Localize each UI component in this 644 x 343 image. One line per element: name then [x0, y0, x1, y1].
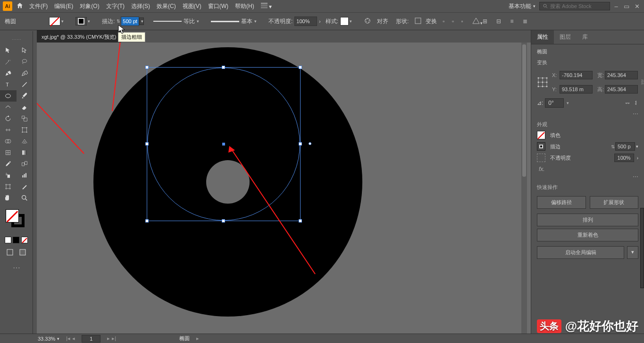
panel-toggle-icons[interactable]: ⊞ ⊟ ≡ ≣ [483, 18, 531, 25]
selection-bounding-box[interactable] [147, 67, 301, 221]
rotate-field[interactable]: 0° [545, 98, 564, 108]
nav-first[interactable]: |◂ [66, 335, 70, 342]
zoom-tool[interactable] [17, 192, 33, 204]
magic-wand-tool[interactable] [0, 56, 17, 68]
btn-expand-shape[interactable]: 扩展形状 [590, 196, 639, 209]
brush-definition[interactable]: 基本▾ [211, 17, 264, 26]
artboard-tool[interactable] [0, 181, 17, 192]
btn-arrange[interactable]: 排列 [537, 214, 638, 226]
ellipse-tool[interactable] [0, 90, 17, 102]
collapsed-panel-strip[interactable] [640, 208, 644, 288]
window-minimize[interactable]: – [612, 3, 620, 10]
fill-swatch-panel[interactable] [537, 131, 545, 139]
x-field[interactable]: -760.194 [560, 71, 593, 79]
pen-tool[interactable] [0, 68, 17, 79]
nav-last[interactable]: ▸| [112, 335, 116, 342]
opacity-icon[interactable] [537, 154, 545, 162]
screen-mode-normal[interactable] [7, 249, 13, 257]
stroke-weight-panel-dd[interactable]: ▾ [636, 144, 638, 149]
menu-select[interactable]: 选择(S) [131, 2, 150, 10]
stroke-weight-panel[interactable]: 500 p [615, 142, 635, 151]
fill-dropdown[interactable]: ▾ [61, 19, 66, 24]
zoom-level[interactable]: 33.33% ▾ [38, 336, 59, 342]
menu-edit[interactable]: 编辑(E) [54, 2, 73, 10]
menu-help[interactable]: 帮助(H) [235, 2, 254, 10]
tab-properties[interactable]: 属性 [531, 30, 554, 44]
menu-file[interactable]: 文件(F) [29, 2, 48, 10]
menu-type[interactable]: 文字(T) [106, 2, 125, 10]
arrange-docs-icon[interactable]: ▾ [261, 3, 272, 10]
blend-tool[interactable] [17, 158, 33, 170]
canvas[interactable] [37, 43, 521, 334]
line-tool[interactable] [17, 79, 33, 90]
workspace-switcher[interactable]: 基本功能 ▾ [509, 2, 535, 10]
link-wh-icon[interactable]: ⛓ [641, 79, 644, 86]
transform-label[interactable]: 变换 [426, 17, 437, 26]
color-mode[interactable] [5, 237, 11, 243]
pie-widget[interactable] [309, 142, 311, 145]
type-tool[interactable]: T [0, 79, 17, 90]
btn-global-edit-dd[interactable]: ▾ [627, 246, 638, 259]
window-close[interactable]: ✕ [633, 3, 641, 10]
free-transform-tool[interactable] [17, 124, 33, 136]
btn-global-edit[interactable]: 启动全局编辑 [537, 246, 624, 259]
w-field[interactable]: 245.364 [605, 71, 638, 79]
h-field[interactable]: 245.364 [605, 85, 638, 94]
mesh-tool[interactable] [0, 147, 17, 158]
stroke-dropdown[interactable]: ▾ [88, 19, 92, 24]
gradient-tool[interactable] [17, 147, 33, 158]
stroke-swatch-panel[interactable] [537, 142, 545, 151]
style-swatch[interactable] [340, 17, 349, 26]
reference-point[interactable] [537, 77, 548, 88]
fx-button[interactable]: fx. [539, 166, 638, 172]
width-profile[interactable]: 等比▾ [153, 17, 206, 26]
btn-recolor[interactable]: 重新着色 [537, 229, 638, 241]
stroke-weight-field[interactable]: 500 pt [121, 17, 139, 26]
menu-window[interactable]: 窗口(W) [208, 2, 228, 10]
transform-more[interactable]: ⋯ [537, 111, 638, 117]
curvature-tool[interactable] [17, 68, 33, 79]
center-point[interactable] [222, 143, 225, 146]
paintbrush-tool[interactable] [17, 90, 33, 102]
slice-tool[interactable] [17, 181, 33, 192]
shaper-tool[interactable] [0, 102, 17, 113]
appearance-more[interactable]: ⋯ [537, 173, 638, 180]
rotate-dropdown[interactable]: ▾ [567, 101, 569, 105]
selection-tool[interactable] [0, 45, 17, 56]
nav-next[interactable]: ▸ [107, 335, 110, 342]
eraser-tool[interactable] [17, 102, 33, 113]
fill-swatch[interactable] [49, 17, 60, 26]
status-play[interactable]: ▸ [196, 335, 199, 342]
flip-v-icon[interactable]: ⥑ [634, 100, 638, 106]
shape-builder-tool[interactable] [0, 136, 17, 147]
none-mode[interactable] [21, 237, 28, 243]
column-graph-tool[interactable] [17, 170, 33, 181]
opacity-field-panel[interactable]: 100% [614, 154, 634, 162]
search-stock[interactable]: 搜索 Adobe Stock [539, 2, 610, 10]
flip-h-icon[interactable]: ⥐ [625, 100, 630, 106]
btn-offset-path[interactable]: 偏移路径 [537, 196, 586, 209]
menu-view[interactable]: 视图(V) [183, 2, 201, 10]
vertical-scrollbar[interactable] [521, 43, 527, 334]
width-tool[interactable] [0, 124, 17, 136]
edit-toolbar[interactable]: ⋯ [0, 263, 33, 272]
menu-object[interactable]: 对象(O) [80, 2, 99, 10]
scale-tool[interactable] [17, 113, 33, 124]
eyedropper-tool[interactable] [0, 158, 17, 170]
tab-layers[interactable]: 图层 [554, 30, 577, 44]
hand-tool[interactable] [0, 192, 17, 204]
align-label[interactable]: 对齐 [377, 17, 388, 26]
lasso-tool[interactable] [17, 56, 33, 68]
window-maximize[interactable]: ▭ [622, 3, 631, 10]
stroke-weight-dropdown[interactable]: ▾ [139, 17, 144, 25]
stroke-stepper[interactable]: ⇅ [117, 19, 120, 24]
status-selection[interactable]: 椭圆 [179, 335, 190, 342]
transform-icons[interactable]: ▫ ▫ ▫ [443, 18, 466, 25]
tab-libraries[interactable]: 库 [577, 30, 594, 44]
opacity-field[interactable]: 100% [294, 17, 317, 26]
screen-mode-full[interactable] [19, 249, 26, 257]
menu-effect[interactable]: 效果(C) [157, 2, 176, 10]
perspective-grid-tool[interactable] [17, 136, 33, 147]
document-tab[interactable]: xgt.jpg* @ 33.33% (CMYK/预览) [37, 30, 121, 43]
home-icon[interactable] [16, 2, 24, 11]
